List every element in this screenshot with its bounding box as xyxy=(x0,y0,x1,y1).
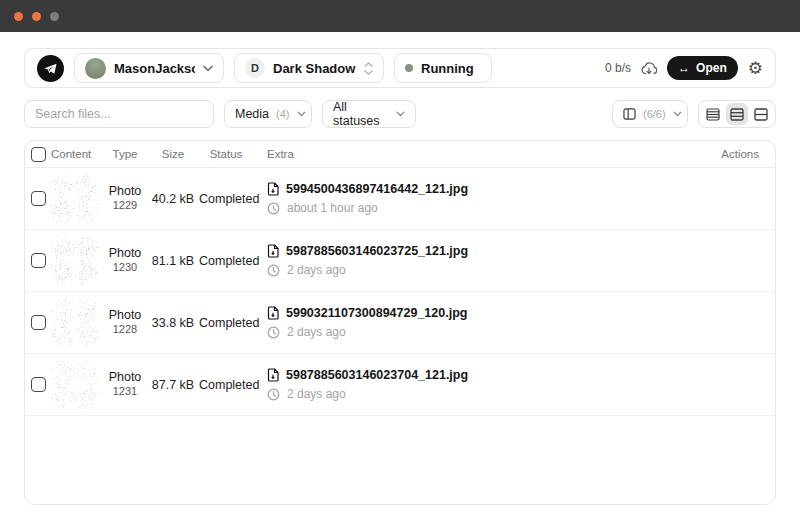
clock-icon xyxy=(267,388,280,401)
file-name: 5994500436897416442_121.jpg xyxy=(286,182,468,196)
file-icon xyxy=(267,244,279,258)
column-header-extra: Extra xyxy=(257,148,703,160)
chevron-down-icon xyxy=(203,65,213,72)
media-filter-count: (4) xyxy=(276,108,289,120)
table-header-row: Content Type Size Status Extra Actions xyxy=(25,141,775,168)
extra-cell: 5987885603146023725_121.jpg 2 days ago xyxy=(257,244,703,277)
type-cell: Photo 1229 xyxy=(103,184,147,213)
size-cell: 40.2 kB xyxy=(151,192,195,206)
status-filter-select[interactable]: All statuses xyxy=(322,100,416,128)
status-cell: Completed xyxy=(199,254,253,268)
row-checkbox[interactable] xyxy=(31,315,46,330)
density-medium-button[interactable] xyxy=(726,103,748,125)
status-label: Running xyxy=(421,61,481,76)
status-cell: Completed xyxy=(199,192,253,206)
search-input[interactable] xyxy=(24,100,214,128)
chevron-down-icon xyxy=(396,111,405,117)
file-thumbnail[interactable] xyxy=(51,175,99,223)
file-name: 5990321107300894729_120.jpg xyxy=(286,306,467,320)
chevron-down-icon xyxy=(673,111,682,117)
columns-count: (6/6) xyxy=(643,108,666,120)
column-header-size: Size xyxy=(151,148,195,160)
file-thumbnail[interactable] xyxy=(51,237,99,285)
chat-name: Dark Shadow xyxy=(273,61,356,76)
clock-icon xyxy=(267,264,280,277)
file-icon xyxy=(267,368,279,382)
app-header: MasonJackson D Dark Shadow Running 0 b/s… xyxy=(24,48,776,88)
status-dot xyxy=(405,64,413,72)
file-icon xyxy=(267,306,279,320)
open-button-label: Open xyxy=(696,61,727,75)
select-all-checkbox[interactable] xyxy=(31,147,46,162)
column-header-content: Content xyxy=(51,148,99,160)
table-row[interactable]: Photo 1231 87.7 kB Completed 59878856031… xyxy=(25,354,775,416)
file-thumbnail[interactable] xyxy=(51,299,99,347)
status-cell: Completed xyxy=(199,378,253,392)
row-checkbox[interactable] xyxy=(31,191,46,206)
file-thumbnail[interactable] xyxy=(51,361,99,409)
telegram-icon xyxy=(37,55,64,82)
chat-select[interactable]: D Dark Shadow xyxy=(234,53,384,83)
chevron-down-icon xyxy=(297,111,306,117)
table-row[interactable]: Photo 1228 33.8 kB Completed 59903211073… xyxy=(25,292,775,354)
account-avatar xyxy=(85,58,106,79)
download-speed: 0 b/s xyxy=(605,61,631,75)
file-icon xyxy=(267,182,279,196)
file-name: 5987885603146023704_121.jpg xyxy=(286,368,468,382)
open-button[interactable]: ↔ Open xyxy=(667,56,738,80)
clock-icon xyxy=(267,202,280,215)
media-filter-select[interactable]: Media (4) xyxy=(224,100,312,128)
type-cell: Photo 1230 xyxy=(103,246,147,275)
extra-cell: 5994500436897416442_121.jpg about 1 hour… xyxy=(257,182,703,215)
row-checkbox[interactable] xyxy=(31,377,46,392)
table-row[interactable]: Photo 1229 40.2 kB Completed 59945004368… xyxy=(25,168,775,230)
column-header-type: Type xyxy=(103,148,147,160)
table-row[interactable]: Photo 1230 81.1 kB Completed 59878856031… xyxy=(25,230,775,292)
settings-gear-icon[interactable]: ⚙ xyxy=(748,60,763,77)
file-timestamp: 2 days ago xyxy=(287,325,346,339)
size-cell: 87.7 kB xyxy=(151,378,195,392)
extra-cell: 5990321107300894729_120.jpg 2 days ago xyxy=(257,306,703,339)
status-cell: Completed xyxy=(199,316,253,330)
file-timestamp: 2 days ago xyxy=(287,387,346,401)
account-name: MasonJackson xyxy=(114,61,195,76)
chat-initial-badge: D xyxy=(245,58,265,78)
media-filter-label: Media xyxy=(235,107,269,121)
table-empty-area xyxy=(25,416,775,504)
cloud-download-icon xyxy=(641,61,657,75)
size-cell: 33.8 kB xyxy=(151,316,195,330)
account-select[interactable]: MasonJackson xyxy=(74,53,224,83)
density-compact-button[interactable] xyxy=(702,103,724,125)
type-cell: Photo 1228 xyxy=(103,308,147,337)
filter-toolbar: Media (4) All statuses (6/6) xyxy=(24,100,776,128)
file-name: 5987885603146023725_121.jpg xyxy=(286,244,468,258)
density-relaxed-button[interactable] xyxy=(750,103,772,125)
clock-icon xyxy=(267,326,280,339)
chevron-up-down-icon xyxy=(364,62,373,75)
size-cell: 81.1 kB xyxy=(151,254,195,268)
window-control-dot[interactable] xyxy=(14,12,23,21)
files-table: Content Type Size Status Extra Actions P… xyxy=(24,140,776,505)
column-header-actions: Actions xyxy=(707,148,767,160)
window-control-dot[interactable] xyxy=(32,12,41,21)
status-filter-label: All statuses xyxy=(333,100,389,128)
arrows-left-right-icon: ↔ xyxy=(678,61,690,75)
columns-visibility-select[interactable]: (6/6) xyxy=(612,100,688,128)
type-cell: Photo 1231 xyxy=(103,370,147,399)
status-indicator: Running xyxy=(394,53,492,83)
window-control-dot[interactable] xyxy=(50,12,59,21)
column-header-status: Status xyxy=(199,148,253,160)
file-timestamp: 2 days ago xyxy=(287,263,346,277)
row-density-toggle-group xyxy=(698,100,776,128)
columns-panel-icon xyxy=(623,108,636,120)
file-timestamp: about 1 hour ago xyxy=(287,201,378,215)
extra-cell: 5987885603146023704_121.jpg 2 days ago xyxy=(257,368,703,401)
row-checkbox[interactable] xyxy=(31,253,46,268)
window-titlebar xyxy=(0,0,800,32)
